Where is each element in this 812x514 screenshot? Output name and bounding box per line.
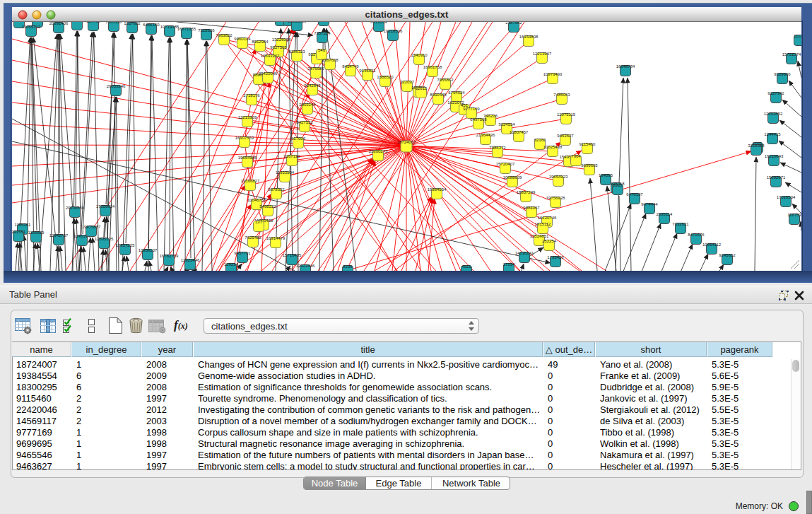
svg-text:137: 137 (255, 220, 263, 224)
svg-text:19756928: 19756928 (546, 196, 565, 200)
svg-text:10866: 10866 (71, 22, 83, 23)
svg-text:6794024: 6794024 (448, 90, 465, 95)
svg-text:116753: 116753 (787, 213, 801, 217)
svg-text:8236: 8236 (343, 264, 353, 269)
svg-text:7955812: 7955812 (437, 78, 454, 82)
svg-text:20691406: 20691406 (49, 22, 69, 25)
svg-text:1527602: 1527602 (124, 22, 141, 25)
svg-text:13226058: 13226058 (272, 37, 291, 42)
svg-text:62160: 62160 (534, 138, 546, 142)
svg-text:1244415: 1244415 (764, 132, 781, 136)
svg-text:9227342: 9227342 (767, 91, 784, 95)
svg-text:16543362: 16543362 (261, 54, 280, 58)
svg-text:19654923: 19654923 (549, 175, 568, 179)
svg-text:15720407: 15720407 (496, 162, 515, 166)
svg-text:9242848: 9242848 (304, 83, 321, 88)
svg-text:322037: 322037 (400, 80, 415, 84)
svg-text:19975887: 19975887 (82, 225, 101, 229)
svg-text:1540910: 1540910 (411, 53, 428, 57)
svg-text:7632621: 7632621 (672, 222, 689, 226)
svg-text:7625402: 7625402 (245, 235, 261, 240)
svg-text:17957225: 17957225 (116, 243, 135, 247)
svg-text:10025438: 10025438 (543, 145, 563, 149)
svg-text:12923446: 12923446 (181, 258, 200, 262)
svg-text:546: 546 (318, 48, 326, 52)
svg-text:9327505: 9327505 (270, 45, 287, 49)
svg-text:1588520: 1588520 (377, 75, 394, 79)
svg-text:3875685: 3875685 (307, 66, 324, 71)
svg-text:2367608: 2367608 (322, 58, 339, 62)
svg-text:7986372: 7986372 (489, 146, 506, 150)
svg-text:9777169: 9777169 (463, 107, 480, 111)
svg-text:9699695: 9699695 (581, 163, 598, 168)
svg-text:8427552: 8427552 (296, 120, 313, 124)
svg-text:7964: 7964 (571, 154, 581, 158)
svg-text:252254: 252254 (542, 239, 557, 243)
svg-text:9329966: 9329966 (774, 72, 791, 76)
svg-text:29053346: 29053346 (107, 84, 126, 88)
svg-text:14136141: 14136141 (515, 251, 534, 255)
svg-text:11353594: 11353594 (276, 170, 295, 175)
svg-text:9960124: 9960124 (234, 37, 251, 41)
svg-text:10688609: 10688609 (503, 175, 522, 180)
svg-text:16210643: 16210643 (765, 154, 784, 158)
svg-text:12213369: 12213369 (238, 115, 257, 119)
svg-text:129234: 129234 (224, 262, 239, 267)
svg-text:9146821: 9146821 (359, 69, 376, 73)
svg-text:2718176: 2718176 (243, 93, 260, 98)
svg-text:1156829: 1156829 (28, 230, 45, 235)
svg-text:1733426: 1733426 (547, 255, 564, 259)
svg-text:10807457: 10807457 (510, 130, 529, 134)
svg-text:10046756: 10046756 (247, 198, 266, 202)
svg-text:8912954: 8912954 (252, 40, 269, 44)
svg-text:1185061: 1185061 (15, 223, 32, 227)
svg-text:6497568: 6497568 (470, 117, 487, 122)
svg-text:3215958: 3215958 (748, 144, 765, 148)
svg-text:15716485: 15716485 (283, 253, 302, 257)
svg-text:16671355: 16671355 (177, 27, 196, 31)
svg-text:8935: 8935 (613, 183, 623, 187)
svg-text:2935114: 2935114 (657, 212, 673, 216)
svg-text:23420046: 23420046 (259, 71, 278, 76)
svg-text:391551: 391551 (12, 230, 26, 234)
svg-text:16648784: 16648784 (616, 64, 635, 69)
svg-text:16961758: 16961758 (423, 65, 442, 69)
svg-text:21364436: 21364436 (476, 133, 495, 137)
svg-text:7663822: 7663822 (216, 33, 233, 37)
svg-text:12923446: 12923446 (296, 264, 315, 268)
svg-text:3024554: 3024554 (498, 122, 515, 127)
svg-text:14055712: 14055712 (22, 25, 41, 29)
svg-text:10958107: 10958107 (139, 248, 158, 252)
svg-text:12975115: 12975115 (557, 112, 576, 117)
svg-text:4521: 4521 (461, 264, 471, 269)
svg-text:15692971: 15692971 (767, 175, 786, 180)
svg-text:17334: 17334 (503, 262, 515, 267)
svg-text:9463627: 9463627 (557, 134, 574, 138)
svg-text:10973493: 10973493 (543, 72, 563, 76)
svg-text:13524851: 13524851 (530, 234, 549, 238)
svg-text:11122: 11122 (794, 34, 801, 38)
svg-text:9245652: 9245652 (719, 253, 736, 257)
svg-text:6479197: 6479197 (626, 192, 643, 197)
svg-text:16107553: 16107553 (235, 136, 254, 140)
svg-text:9115460: 9115460 (579, 142, 596, 146)
svg-text:8454749: 8454749 (342, 64, 359, 69)
svg-text:15751074: 15751074 (782, 52, 801, 57)
svg-text:25300275: 25300275 (369, 149, 388, 153)
svg-text:52615: 52615 (416, 86, 428, 90)
svg-text:2803144: 2803144 (299, 103, 316, 107)
svg-text:20206556: 20206556 (66, 206, 85, 210)
svg-text:16154808: 16154808 (519, 35, 539, 39)
svg-text:19654985: 19654985 (238, 156, 257, 160)
svg-text:7515526: 7515526 (198, 28, 215, 33)
svg-text:8990448: 8990448 (430, 93, 447, 97)
svg-text:16033809: 16033809 (288, 22, 307, 23)
svg-text:17016504: 17016504 (777, 195, 796, 199)
svg-text:12213967: 12213967 (533, 52, 552, 56)
svg-text:1615112: 1615112 (535, 222, 552, 226)
svg-text:18724007: 18724007 (397, 140, 416, 144)
svg-text:9884067: 9884067 (523, 206, 540, 210)
svg-text:6466160: 6466160 (143, 23, 160, 27)
svg-text:18807249: 18807249 (517, 190, 536, 194)
svg-text:19384554: 19384554 (428, 187, 447, 192)
